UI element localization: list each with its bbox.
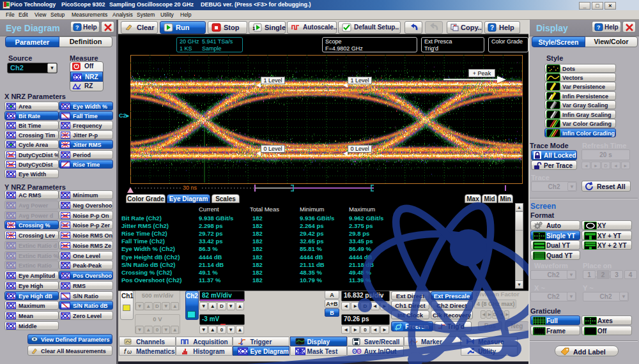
svg-text:ω: ω: [127, 349, 132, 355]
svg-text:1: 1: [252, 26, 256, 31]
svg-text:?: ?: [75, 24, 79, 31]
svg-text:?: ?: [597, 24, 601, 31]
svg-text:?: ?: [490, 24, 494, 31]
svg-text:f: f: [124, 347, 127, 355]
